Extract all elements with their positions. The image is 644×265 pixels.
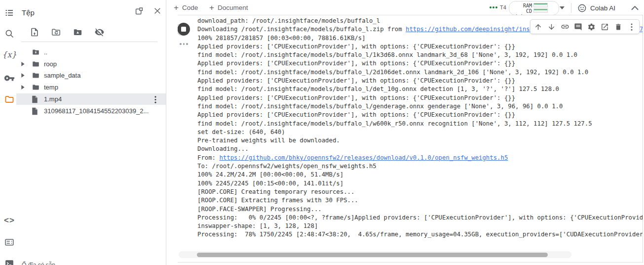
output-line: 100% 2245/2245 [00:15<00:00, 141.01it/s] <box>197 179 643 188</box>
output-line: find model: /root/.insightface/models/bu… <box>197 51 643 59</box>
disk-usage-sparkline <box>533 8 548 13</box>
output-line: Applied providers: ['CPUExecutionProvide… <box>197 94 643 102</box>
copy-cell-link-icon[interactable] <box>560 22 569 32</box>
add-comment-icon[interactable] <box>573 22 583 32</box>
upload-file-icon[interactable] <box>29 27 40 38</box>
output-hscrollbar-thumb[interactable] <box>197 253 548 257</box>
code-snippets-icon[interactable]: <> <box>3 214 16 227</box>
file-menu-kebab-icon[interactable] <box>152 95 159 103</box>
tree-item-roop[interactable]: roop <box>16 58 166 70</box>
add-code-label: Code <box>182 4 198 11</box>
collapsed-code-ellipsis[interactable] <box>180 43 188 45</box>
command-palette-icon[interactable] <box>3 236 16 249</box>
plus-icon: + <box>174 3 179 12</box>
colab-ai-face-icon <box>577 3 587 13</box>
output-line: 100% 24.2M/24.2M [00:00<00:00, 51.4MB/s] <box>197 171 643 179</box>
output-line: 100% 281857/281857 [00:03<00:00, 78816.6… <box>197 34 643 43</box>
tree-item-sample-data[interactable]: sample_data <box>16 70 166 81</box>
output-line: find model: /root/.insightface/models/bu… <box>197 120 643 128</box>
accelerator-label: T4 <box>500 4 506 11</box>
tree-item-label: 1.mp4 <box>44 95 62 103</box>
output-link[interactable]: https://github.com/bhky/opennsfw2/releas… <box>219 154 508 161</box>
output-line: Processing: 78% 1750/2245 [2:48:47<38:20… <box>197 230 643 239</box>
output-line: find model: /root/.insightface/models/bu… <box>197 85 643 93</box>
open-in-new-tab-icon[interactable] <box>134 6 144 16</box>
add-text-label: Document <box>218 4 248 11</box>
cell-output-area: download_path: /root/.insightface/models… <box>178 15 643 263</box>
cell-toolbar <box>530 19 640 34</box>
tree-item-label: sample_data <box>44 72 80 79</box>
output-line: find model: /root/.insightface/models/bu… <box>197 102 643 111</box>
secrets-key-icon[interactable] <box>3 72 16 85</box>
plus-icon: + <box>209 3 214 12</box>
tree-item-label: 310968117_1084154552203039_2... <box>44 107 149 115</box>
tree-item-label: .. <box>44 48 47 56</box>
output-line: Applied providers: ['CPUExecutionProvide… <box>197 59 643 68</box>
output-line: Downloading... <box>197 145 643 153</box>
up-folder-icon <box>32 48 40 56</box>
cell-settings-gear-icon[interactable] <box>587 22 596 32</box>
tree-item-temp[interactable]: temp <box>16 82 166 93</box>
variables-icon[interactable]: {x} <box>3 48 16 61</box>
table-of-contents-icon[interactable] <box>3 6 16 19</box>
more-cell-actions-kebab-icon[interactable] <box>627 22 636 32</box>
output-line: [ROOP.FACE-SWAPPER] Progressing... <box>197 205 643 214</box>
move-cell-down-icon[interactable] <box>547 22 556 32</box>
cell-output-text: download_path: /root/.insightface/models… <box>197 17 643 239</box>
close-icon[interactable] <box>152 6 162 16</box>
runtime-dropdown-caret-icon[interactable] <box>560 6 565 9</box>
tree-item-1mp4[interactable]: 1.mp4 <box>16 93 166 105</box>
executing-queue-dots-icon <box>490 6 497 8</box>
output-line: [ROOP.CORE] Creating temporary resources… <box>197 188 643 196</box>
sidebar-main-divider <box>166 0 166 265</box>
expand-arrow-icon[interactable] <box>19 73 27 78</box>
output-line: Processing: 0% 0/2245 [00:00<?, ?frame/s… <box>197 214 643 222</box>
folder-icon <box>32 60 40 68</box>
collapse-chevron-up-icon[interactable] <box>630 3 639 12</box>
tree-item-310968117[interactable]: 310968117_1084154552203039_2... <box>16 105 166 117</box>
add-code-button[interactable]: + Code <box>174 0 198 15</box>
colab-ai-button[interactable]: Colab AI <box>577 1 615 14</box>
add-text-button[interactable]: + Document <box>209 0 248 15</box>
topbar-divider <box>571 3 571 13</box>
file-icon <box>32 107 40 115</box>
tree-item-label: temp <box>44 84 58 91</box>
output-line: [ROOP.CORE] Extracting frames with 30 FP… <box>197 196 643 205</box>
terminal-icon[interactable] <box>3 257 16 265</box>
panel-divider <box>21 42 157 42</box>
output-line: Applied providers: ['CPUExecutionProvide… <box>197 43 643 51</box>
colab-ai-label: Colab AI <box>590 4 615 12</box>
files-panel-title: Tệp <box>22 8 35 17</box>
output-line: find model: /root/.insightface/models/bu… <box>197 68 643 77</box>
expand-arrow-icon[interactable] <box>19 62 27 66</box>
tree-item-label: roop <box>44 60 57 68</box>
move-cell-up-icon[interactable] <box>533 22 543 32</box>
expand-arrow-icon[interactable] <box>19 85 27 89</box>
file-icon <box>32 95 40 103</box>
toggle-hidden-files-icon[interactable] <box>94 27 105 38</box>
mount-drive-icon[interactable] <box>72 27 83 38</box>
folder-icon <box>32 72 40 79</box>
files-icon[interactable] <box>3 93 16 106</box>
output-line: Applied providers: ['CPUExecutionProvide… <box>197 111 643 119</box>
output-line: inswapper-shape: [1, 3, 128, 128] <box>197 222 643 230</box>
disk-space-note: Ổ đĩa có sẵn <box>22 262 55 265</box>
folder-icon <box>32 84 40 91</box>
resource-usage-pill[interactable]: RAM CD driver <box>509 1 559 15</box>
ram-label: RAM <box>510 3 532 8</box>
search-icon[interactable] <box>3 27 16 40</box>
stop-run-button[interactable] <box>178 22 191 37</box>
output-line: Applied providers: ['CPUExecutionProvide… <box>197 77 643 85</box>
ram-usage-sparkline <box>533 3 548 7</box>
output-line: Pre-trained weights will be downloaded. <box>197 136 643 145</box>
output-line: set det-size: (640, 640) <box>197 128 643 136</box>
refresh-folder-icon[interactable] <box>50 27 61 38</box>
mirror-cell-in-tab-icon[interactable] <box>600 22 609 32</box>
tree-item-up[interactable]: .. <box>16 46 166 58</box>
output-line: To: /root/.opennsfw2/weights/open_nsfw_w… <box>197 162 643 171</box>
delete-cell-trash-icon[interactable] <box>613 22 623 32</box>
output-line: From: https://github.com/bhky/opennsfw2/… <box>197 154 643 162</box>
